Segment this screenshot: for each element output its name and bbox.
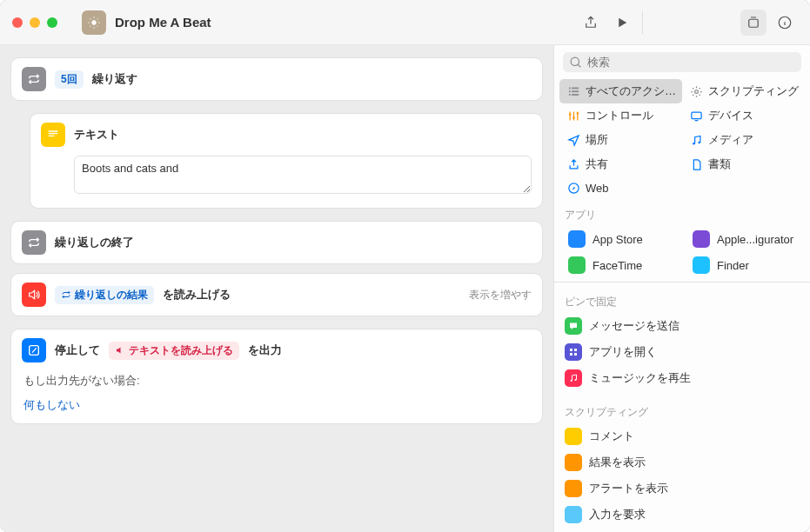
svg-rect-1: [749, 19, 759, 27]
svg-point-16: [698, 141, 700, 143]
minimize-window[interactable]: [30, 17, 40, 28]
svg-rect-8: [572, 90, 579, 92]
gear-icon: [689, 84, 703, 98]
action-end-repeat[interactable]: 繰り返しの終了: [10, 221, 543, 264]
action-icon: [565, 428, 582, 445]
window-controls: [12, 17, 57, 28]
info-button[interactable]: [772, 10, 798, 36]
pinned-label: メッセージを送信: [589, 318, 679, 334]
stop-icon: [22, 338, 46, 362]
svg-point-22: [571, 380, 572, 382]
svg-rect-14: [691, 112, 700, 119]
search-icon: [570, 57, 582, 69]
scripting-action[interactable]: 数える: [554, 528, 810, 532]
search-input[interactable]: [587, 56, 794, 69]
category-sliders[interactable]: コントロール: [559, 103, 682, 128]
category-display[interactable]: デバイス: [682, 103, 805, 128]
repeat-label: 繰り返す: [92, 71, 137, 87]
close-window[interactable]: [12, 17, 23, 28]
share-button[interactable]: [578, 10, 604, 36]
svg-rect-21: [574, 353, 577, 356]
display-icon: [689, 109, 703, 123]
app-label: Apple...igurator: [717, 233, 793, 246]
app-item[interactable]: App Store: [558, 226, 682, 252]
action-icon: [565, 506, 582, 523]
svg-rect-20: [570, 353, 572, 356]
category-list[interactable]: すべてのアクシ…: [559, 79, 682, 103]
pinned-section-label: ピンで固定: [554, 286, 810, 313]
app-item[interactable]: Finder: [682, 252, 807, 278]
do-nothing-option[interactable]: 何もしない: [11, 397, 542, 423]
speaker-icon: [22, 283, 46, 307]
scripting-action[interactable]: 結果を表示: [554, 449, 810, 475]
scripting-action[interactable]: コメント: [554, 423, 810, 449]
note-icon: [689, 133, 703, 147]
app-label: Finder: [717, 259, 749, 272]
scripting-label: アラートを表示: [589, 481, 668, 496]
action-icon: [565, 454, 582, 471]
library-toggle[interactable]: [740, 10, 766, 36]
svg-point-15: [693, 143, 695, 145]
app-icon: [568, 256, 586, 274]
svg-point-11: [568, 113, 571, 116]
stop-input-token[interactable]: テキストを読み上げる: [109, 342, 239, 360]
svg-point-0: [91, 20, 96, 24]
category-label: コントロール: [586, 108, 653, 123]
pinned-label: アプリを開く: [589, 344, 657, 360]
repeat-icon: [22, 230, 46, 255]
category-label: メディア: [708, 132, 753, 148]
message-icon: [565, 317, 582, 335]
zoom-window[interactable]: [47, 17, 57, 28]
scripting-action[interactable]: アラートを表示: [554, 475, 810, 502]
app-item[interactable]: FaceTime: [558, 252, 682, 278]
text-label: テキスト: [74, 127, 119, 143]
action-stop-output[interactable]: 停止して テキストを読み上げる を出力 もし出力先がない場合: 何もしない: [10, 329, 543, 424]
category-label: 場所: [586, 132, 608, 148]
category-gear[interactable]: スクリプティング: [682, 79, 805, 103]
category-share[interactable]: 共有: [559, 152, 682, 176]
show-more-link[interactable]: 表示を増やす: [469, 288, 532, 303]
action-speak[interactable]: 繰り返しの結果 を読み上げる 表示を増やす: [10, 273, 543, 316]
speak-input-token[interactable]: 繰り返しの結果: [55, 286, 154, 304]
action-repeat[interactable]: 5回 繰り返す: [10, 57, 543, 101]
repeat-count-token[interactable]: 5回: [55, 70, 84, 89]
search-field[interactable]: [563, 52, 801, 72]
category-label: Web: [586, 182, 609, 195]
pinned-action[interactable]: メッセージを送信: [554, 313, 810, 339]
run-button[interactable]: [609, 10, 635, 36]
scripting-action[interactable]: 入力を要求: [554, 502, 810, 528]
svg-point-12: [572, 116, 575, 119]
grid-icon: [565, 343, 582, 361]
action-text[interactable]: テキスト: [30, 113, 543, 209]
text-content-input[interactable]: [74, 156, 532, 194]
category-note[interactable]: メディア: [682, 128, 805, 152]
svg-point-13: [576, 112, 579, 115]
app-label: App Store: [592, 233, 643, 246]
safari-icon: [566, 181, 580, 195]
category-label: スクリプティング: [708, 83, 799, 99]
category-label: デバイス: [708, 108, 753, 123]
category-label: すべてのアクシ…: [586, 83, 676, 99]
location-icon: [566, 133, 580, 147]
pinned-action[interactable]: アプリを開く: [554, 339, 810, 365]
end-repeat-label: 繰り返しの終了: [55, 235, 134, 250]
svg-rect-6: [568, 94, 570, 96]
scripting-label: 入力を要求: [589, 507, 646, 522]
pinned-action[interactable]: ミュージックを再生: [554, 365, 810, 391]
svg-rect-4: [568, 87, 570, 89]
action-icon: [565, 480, 582, 497]
scripting-section-label: スクリプティング: [554, 391, 810, 423]
category-doc[interactable]: 書類: [682, 152, 805, 176]
workflow-editor[interactable]: 5回 繰り返す テキスト 繰り返しの終了: [0, 45, 553, 532]
category-label: 共有: [586, 156, 608, 172]
category-location[interactable]: 場所: [559, 128, 682, 152]
svg-point-23: [575, 379, 577, 381]
text-icon: [41, 123, 65, 147]
category-safari[interactable]: Web: [559, 176, 682, 199]
apps-section-label: アプリ: [554, 199, 810, 226]
app-item[interactable]: Apple...igurator: [682, 226, 807, 252]
app-icon: [693, 230, 710, 248]
actions-sidebar: すべてのアクシ…スクリプティングコントロールデバイス場所メディア共有書類Web …: [553, 45, 810, 532]
scripting-label: 結果を表示: [589, 455, 646, 470]
svg-rect-7: [572, 87, 579, 89]
